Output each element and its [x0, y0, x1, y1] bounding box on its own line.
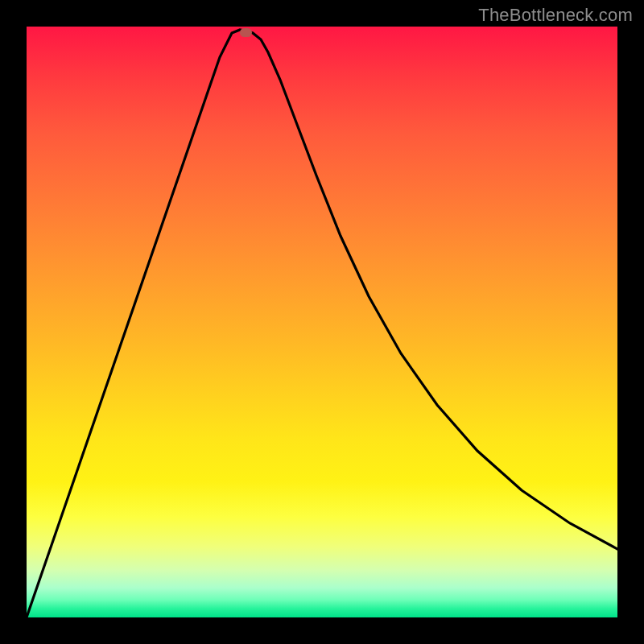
optimal-marker	[240, 28, 252, 37]
chart-frame: TheBottleneck.com	[0, 0, 644, 644]
bottleneck-curve	[27, 27, 617, 617]
curve-path	[27, 30, 617, 617]
plot-area	[27, 27, 617, 617]
watermark-text: TheBottleneck.com	[478, 5, 633, 26]
